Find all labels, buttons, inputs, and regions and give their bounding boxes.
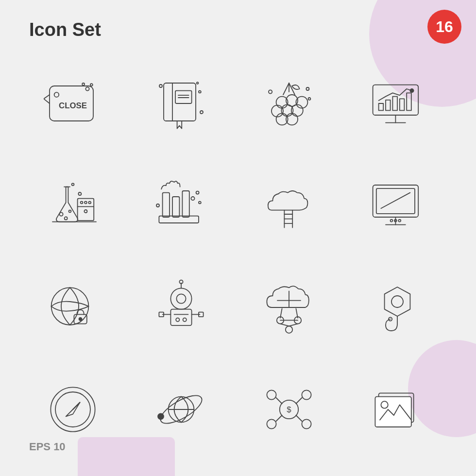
svg-point-3 [85, 87, 89, 90]
svg-line-89 [280, 324, 289, 326]
svg-point-13 [200, 111, 203, 114]
svg-point-54 [196, 191, 199, 194]
svg-line-90 [289, 324, 298, 326]
svg-point-44 [88, 202, 91, 204]
icon-globe-lock [29, 264, 117, 351]
svg-point-38 [65, 217, 68, 220]
svg-line-114 [296, 415, 302, 421]
icon-factory [137, 162, 225, 249]
svg-point-11 [159, 85, 162, 87]
svg-point-88 [286, 326, 292, 333]
icon-satellite [137, 264, 225, 351]
icon-monitor [354, 162, 441, 249]
icon-close-sign: CLOSE [29, 60, 117, 147]
icon-photo-frame [354, 366, 441, 453]
svg-point-75 [176, 294, 186, 303]
count-badge: 16 [427, 10, 461, 44]
svg-rect-6 [164, 83, 196, 121]
svg-rect-31 [386, 100, 391, 111]
svg-line-113 [276, 415, 282, 421]
svg-point-39 [69, 210, 71, 213]
svg-point-85 [183, 318, 186, 322]
svg-point-42 [81, 202, 83, 204]
svg-line-64 [381, 193, 410, 208]
icon-cloud-ladder [245, 162, 333, 249]
svg-point-107 [267, 390, 276, 399]
close-sign-svg: CLOSE [44, 74, 102, 133]
icon-lab [29, 162, 117, 249]
globe-lock-svg [44, 278, 102, 337]
svg-point-108 [302, 390, 311, 399]
icon-dollar-network: $ [245, 366, 333, 453]
svg-rect-34 [407, 93, 411, 110]
svg-point-14 [196, 82, 198, 84]
svg-marker-96 [384, 287, 410, 316]
svg-point-71 [51, 288, 89, 325]
icons-grid: CLOSE [29, 60, 447, 453]
svg-point-45 [84, 210, 87, 213]
lab-svg [44, 176, 102, 235]
svg-point-5 [82, 83, 85, 85]
svg-point-68 [390, 220, 392, 222]
factory-svg [152, 176, 210, 235]
main-container: Icon Set 16 CLOSE [0, 0, 476, 473]
svg-rect-116 [375, 397, 411, 427]
satellite-svg [152, 278, 210, 337]
page-header: Icon Set [29, 19, 447, 40]
svg-rect-32 [392, 97, 397, 111]
footer: EPS 10 [29, 441, 66, 453]
icon-chart-monitor [354, 60, 441, 147]
navigation-svg [44, 380, 102, 439]
svg-rect-8 [175, 91, 192, 103]
svg-point-35 [410, 89, 413, 92]
svg-rect-30 [378, 103, 383, 110]
svg-rect-51 [182, 191, 189, 217]
svg-point-109 [267, 419, 276, 428]
monitor-svg [368, 176, 426, 235]
svg-line-112 [296, 398, 302, 404]
svg-point-70 [398, 220, 401, 222]
icon-hook [354, 264, 441, 351]
photo-frame-svg [368, 380, 426, 439]
icon-grapes [245, 60, 333, 147]
svg-point-74 [170, 288, 191, 309]
svg-point-97 [391, 296, 403, 307]
svg-rect-63 [376, 188, 414, 214]
svg-point-4 [90, 84, 93, 86]
svg-rect-78 [170, 309, 191, 326]
svg-point-104 [158, 413, 164, 419]
svg-point-47 [78, 192, 81, 195]
svg-line-111 [276, 398, 282, 404]
dollar-network-svg: $ [260, 380, 318, 439]
globe-circle-svg [152, 380, 210, 439]
svg-rect-50 [172, 197, 179, 217]
svg-point-25 [306, 87, 309, 90]
svg-rect-33 [399, 99, 404, 110]
svg-point-110 [302, 419, 311, 428]
svg-point-55 [199, 202, 201, 204]
cloud-network-svg [260, 278, 318, 337]
icon-globe-circle [137, 366, 225, 453]
svg-point-43 [85, 202, 87, 204]
eps-label: EPS 10 [29, 441, 66, 453]
svg-rect-62 [373, 185, 418, 217]
chart-monitor-svg [368, 74, 426, 133]
book-svg [152, 74, 210, 133]
svg-point-84 [176, 318, 179, 322]
svg-text:CLOSE: CLOSE [59, 101, 87, 110]
svg-point-56 [156, 204, 159, 207]
svg-point-24 [269, 90, 272, 93]
icon-navigation [29, 366, 117, 453]
svg-point-73 [79, 318, 82, 321]
svg-point-12 [199, 91, 201, 93]
icon-cloud-network [245, 264, 333, 351]
svg-point-53 [191, 197, 194, 200]
svg-point-48 [72, 183, 74, 186]
svg-point-1 [54, 92, 59, 97]
svg-text:$: $ [287, 405, 291, 414]
grapes-svg [260, 74, 318, 133]
svg-point-26 [308, 98, 311, 100]
icon-book [137, 60, 225, 147]
hook-svg [368, 278, 426, 337]
svg-rect-49 [162, 193, 169, 217]
